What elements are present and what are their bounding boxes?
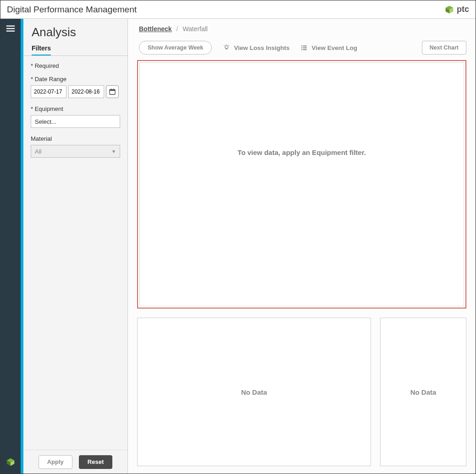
apply-button[interactable]: Apply <box>39 455 72 469</box>
svg-rect-12 <box>113 88 114 90</box>
brand-logo: ptc <box>445 5 469 14</box>
breadcrumb: Bottleneck / Waterfall <box>137 25 466 33</box>
main-chart-panel: To view data, apply an Equipment filter. <box>137 60 466 309</box>
equipment-select[interactable]: Select... <box>31 115 120 128</box>
date-start-input[interactable] <box>31 85 66 98</box>
ptc-cube-icon <box>445 5 454 14</box>
app-header: Digital Performance Management ptc <box>0 0 476 19</box>
svg-rect-11 <box>111 88 111 90</box>
required-note: * Required <box>31 62 120 69</box>
hamburger-icon <box>6 23 16 33</box>
svg-point-13 <box>225 45 228 49</box>
sidebar-title: Analysis <box>32 25 119 39</box>
sidebar: Analysis Filters * Required * Date Range <box>23 19 128 474</box>
sidebar-footer: Apply Reset <box>23 450 127 474</box>
svg-rect-4 <box>6 28 15 29</box>
material-label: Material <box>31 135 120 142</box>
app-title: Digital Performance Management <box>7 5 137 15</box>
show-average-week-button[interactable]: Show Average Week <box>139 41 212 55</box>
nav-footer-logo <box>6 457 16 469</box>
menu-toggle[interactable] <box>6 23 16 35</box>
breadcrumb-next[interactable]: Waterfall <box>183 25 208 33</box>
svg-rect-3 <box>6 26 15 27</box>
svg-rect-23 <box>303 49 307 50</box>
material-select[interactable]: All ▼ <box>31 145 120 158</box>
no-data-left: No Data <box>241 388 267 396</box>
date-range-label: * Date Range <box>31 76 120 83</box>
svg-line-16 <box>229 45 229 45</box>
svg-line-15 <box>224 45 224 45</box>
next-chart-button[interactable]: Next Chart <box>422 41 466 55</box>
brand-text: ptc <box>457 5 469 14</box>
view-loss-insights-button[interactable]: View Loss Insights <box>223 44 289 51</box>
svg-rect-17 <box>226 49 227 50</box>
equipment-label: * Equipment <box>31 105 120 112</box>
breadcrumb-separator: / <box>176 25 178 33</box>
equipment-placeholder: Select... <box>35 118 56 125</box>
filters-tab-label: Filters <box>32 44 51 56</box>
calendar-button[interactable] <box>106 85 119 98</box>
breadcrumb-active[interactable]: Bottleneck <box>139 25 172 33</box>
date-end-input[interactable] <box>68 85 104 98</box>
svg-rect-20 <box>301 47 302 48</box>
main-content: Bottleneck / Waterfall Show Average Week… <box>128 19 476 474</box>
chart-empty-message: To view data, apply an Equipment filter. <box>238 149 366 156</box>
sidebar-header: Analysis <box>23 19 127 44</box>
bottom-panel-left: No Data <box>137 318 371 466</box>
calendar-icon <box>109 88 116 95</box>
view-event-log-button[interactable]: View Event Log <box>300 44 357 51</box>
svg-rect-10 <box>110 89 115 91</box>
nav-rail <box>0 19 21 474</box>
svg-rect-18 <box>301 45 302 46</box>
svg-rect-5 <box>6 31 15 32</box>
bottom-panel-right: No Data <box>380 318 466 466</box>
lightbulb-icon <box>223 44 230 51</box>
reset-button[interactable]: Reset <box>79 455 112 469</box>
toolbar: Show Average Week View Loss Insights <box>137 41 466 55</box>
svg-rect-21 <box>303 47 307 48</box>
svg-rect-19 <box>303 45 307 46</box>
filters-body: * Required * Date Range * Equipment Sele… <box>23 56 127 450</box>
svg-rect-22 <box>301 49 302 50</box>
chevron-down-icon: ▼ <box>111 149 116 154</box>
cube-icon <box>6 457 16 467</box>
event-log-label: View Event Log <box>311 44 357 51</box>
filters-tab[interactable]: Filters <box>23 44 127 56</box>
list-icon <box>300 44 308 51</box>
material-value: All <box>35 148 41 155</box>
no-data-right: No Data <box>410 388 437 396</box>
loss-insights-label: View Loss Insights <box>234 44 289 51</box>
